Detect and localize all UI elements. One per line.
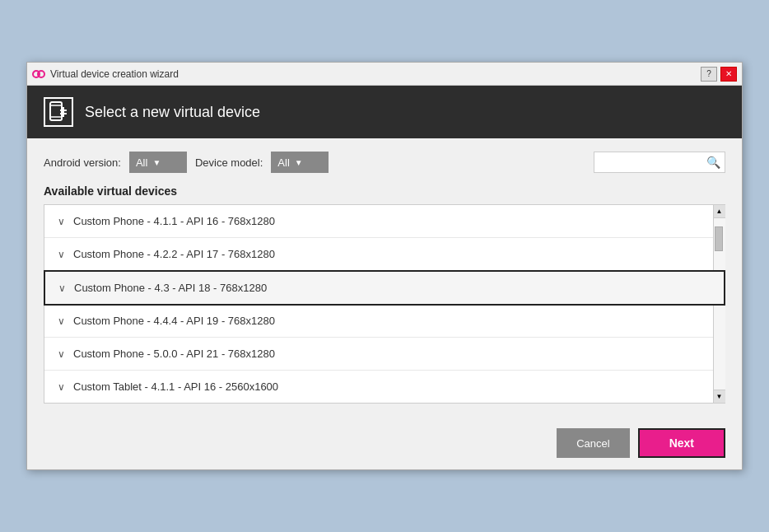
search-icon: 🔍 bbox=[706, 156, 720, 169]
device-item[interactable]: ∨Custom Tablet - 4.1.1 - API 16 - 2560x1… bbox=[44, 371, 725, 403]
app-logo bbox=[32, 68, 45, 81]
next-button[interactable]: Next bbox=[638, 428, 725, 458]
search-box[interactable]: 🔍 bbox=[594, 152, 725, 173]
title-bar-controls: ? ✕ bbox=[701, 67, 737, 82]
section-title: Available virtual devices bbox=[44, 184, 725, 198]
device-icon-svg bbox=[47, 100, 70, 124]
filter-row: Android version: All ▼ Device model: All… bbox=[44, 152, 725, 173]
device-rows: ∨Custom Phone - 4.1.1 - API 16 - 768x128… bbox=[44, 205, 725, 403]
scrollbar-down-button[interactable]: ▼ bbox=[714, 390, 725, 403]
device-name-label: Custom Phone - 5.0.0 - API 21 - 768x1280 bbox=[73, 348, 275, 360]
device-model-arrow: ▼ bbox=[295, 158, 303, 167]
android-version-label: Android version: bbox=[44, 156, 121, 169]
dialog-title: Select a new virtual device bbox=[85, 104, 260, 121]
title-bar: Virtual device creation wizard ? ✕ bbox=[27, 63, 742, 86]
chevron-icon: ∨ bbox=[58, 216, 65, 227]
device-item[interactable]: ∨Custom Phone - 4.2.2 - API 17 - 768x128… bbox=[44, 238, 725, 271]
chevron-icon: ∨ bbox=[58, 348, 65, 360]
dialog-content: Android version: All ▼ Device model: All… bbox=[27, 138, 742, 417]
chevron-icon: ∨ bbox=[58, 381, 65, 393]
device-name-label: Custom Phone - 4.4.4 - API 19 - 768x1280 bbox=[73, 315, 275, 327]
close-button[interactable]: ✕ bbox=[720, 67, 737, 82]
device-model-select[interactable]: All ▼ bbox=[271, 152, 329, 173]
device-list: ∨Custom Phone - 4.1.1 - API 16 - 768x128… bbox=[44, 204, 725, 404]
cancel-button[interactable]: Cancel bbox=[557, 428, 629, 458]
device-model-label: Device model: bbox=[195, 156, 263, 169]
android-version-select[interactable]: All ▼ bbox=[129, 152, 187, 173]
device-item[interactable]: ∨Custom Phone - 4.1.1 - API 16 - 768x128… bbox=[44, 205, 725, 238]
dialog-footer: Cancel Next bbox=[27, 417, 742, 469]
device-name-label: Custom Tablet - 4.1.1 - API 16 - 2560x16… bbox=[73, 380, 278, 393]
device-item[interactable]: ∨Custom Phone - 4.4.4 - API 19 - 768x128… bbox=[44, 305, 725, 338]
device-name-label: Custom Phone - 4.2.2 - API 17 - 768x1280 bbox=[73, 248, 275, 260]
search-input[interactable] bbox=[599, 156, 706, 169]
device-item[interactable]: ∨Custom Phone - 4.3 - API 18 - 768x1280 bbox=[44, 270, 725, 306]
scrollbar-up-button[interactable]: ▲ bbox=[714, 205, 725, 218]
title-bar-left: Virtual device creation wizard bbox=[32, 68, 179, 81]
android-version-value: All bbox=[136, 156, 147, 169]
chevron-icon: ∨ bbox=[58, 315, 65, 327]
chevron-icon: ∨ bbox=[58, 282, 66, 294]
chevron-icon: ∨ bbox=[58, 249, 65, 260]
device-model-value: All bbox=[277, 156, 289, 169]
device-item[interactable]: ∨Custom Phone - 5.0.0 - API 21 - 768x128… bbox=[44, 338, 725, 371]
android-version-arrow: ▼ bbox=[152, 158, 161, 167]
dialog-header: Select a new virtual device bbox=[27, 86, 742, 138]
device-name-label: Custom Phone - 4.3 - API 18 - 768x1280 bbox=[74, 282, 267, 294]
window-title: Virtual device creation wizard bbox=[50, 68, 179, 80]
scrollbar-thumb[interactable] bbox=[715, 226, 723, 251]
main-window: Virtual device creation wizard ? ✕ Selec… bbox=[26, 62, 743, 470]
help-button[interactable]: ? bbox=[701, 67, 717, 82]
device-icon bbox=[44, 97, 73, 127]
device-name-label: Custom Phone - 4.1.1 - API 16 - 768x1280 bbox=[73, 215, 275, 227]
